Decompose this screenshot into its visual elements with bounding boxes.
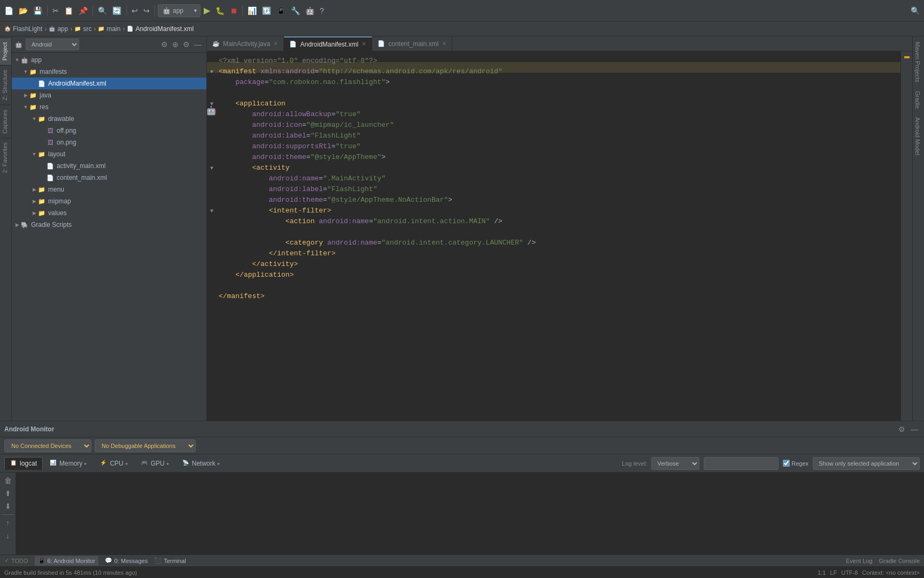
global-search-btn[interactable]: 🔍 [908, 5, 922, 16]
tree-res[interactable]: ▼ 📁 res [12, 101, 206, 113]
sync-icon[interactable]: ⊕ [171, 39, 180, 50]
status-android-monitor[interactable]: 📱 6: Android Monitor [35, 556, 98, 566]
icon-contentmain: 📄 [46, 173, 55, 182]
clear-log-btn[interactable]: 🗑 [1, 475, 14, 486]
tree-activitymain[interactable]: ▶ 📄 activity_main.xml [12, 160, 206, 172]
android-btn[interactable]: 🤖 [303, 5, 317, 16]
encoding-indicator: UTF-8 [841, 569, 858, 576]
tab-gradle[interactable]: Gradle [913, 87, 924, 113]
avd-btn[interactable]: 📱 [274, 5, 288, 16]
tab-gpu[interactable]: 🎮 GPU ▸ [135, 457, 175, 470]
tab-project[interactable]: Project [0, 37, 11, 65]
close-contentmain[interactable]: ✕ [442, 40, 446, 47]
android-view-dropdown[interactable]: Android Project [26, 39, 79, 50]
arrow-gpu: ▸ [167, 461, 170, 466]
breadcrumb-main[interactable]: 📁 main [98, 25, 120, 33]
log-level-dropdown[interactable]: Verbose Debug Info Warn Error [651, 457, 699, 470]
apps-dropdown[interactable]: No Debuggable Applications [95, 439, 196, 452]
gradle-console-link[interactable]: Gradle Console [879, 558, 920, 564]
run-btn[interactable]: ▶ [202, 4, 212, 17]
tree-drawable[interactable]: ▼ 📁 drawable [12, 113, 206, 125]
event-log-link[interactable]: Event Log [846, 558, 873, 564]
new-file-btn[interactable]: 📄 [2, 5, 16, 16]
tab-network[interactable]: 📡 Network ▸ [176, 457, 226, 470]
tab-favorites[interactable]: 2: Favorites [0, 138, 11, 177]
debug-btn[interactable]: 🐛 [213, 5, 227, 16]
tab-android-model[interactable]: Android Model [913, 113, 924, 159]
monitor-icon: 📱 [38, 557, 45, 564]
monitor-minimize-btn[interactable]: — [909, 424, 920, 435]
tree-offpng[interactable]: ▶ 🖼 off.png [12, 125, 206, 136]
breadcrumb-flashlight[interactable]: 🏠 FlashLight [4, 25, 42, 33]
arrow-values: ▶ [31, 210, 37, 216]
redo-btn[interactable]: ↪ [141, 5, 152, 16]
copy-btn[interactable]: 📋 [62, 5, 75, 16]
devices-dropdown[interactable]: No Connected Devices [4, 439, 91, 452]
find-btn[interactable]: 🔍 [96, 5, 109, 16]
tab-mainactivity[interactable]: ☕ MainActivity.java ✕ [207, 36, 284, 51]
tab-androidmanifest[interactable]: 📄 AndroidManifest.xml ✕ [284, 36, 372, 51]
tab-memory[interactable]: 📊 Memory ▸ [44, 457, 93, 470]
stop-btn[interactable]: ⏹ [228, 5, 240, 16]
tree-layout[interactable]: ▼ 📁 layout [12, 148, 206, 160]
app-dropdown[interactable]: 🤖 app ▼ [158, 4, 201, 17]
tab-contentmain[interactable]: 📄 content_main.xml ✕ [372, 36, 452, 51]
profile-btn[interactable]: 📊 [245, 5, 259, 16]
open-btn[interactable]: 📂 [17, 5, 30, 16]
tree-manifests[interactable]: ▼ 📁 manifests [12, 66, 206, 78]
undo-btn[interactable]: ↩ [129, 5, 140, 16]
code-line-17 [207, 227, 900, 238]
icon-app: 🤖 [20, 56, 29, 64]
help-btn[interactable]: ? [318, 5, 326, 16]
down-arrow-btn[interactable]: ↓ [1, 530, 14, 542]
code-editor[interactable]: <?xml version="1.0" encoding="utf-8"?> ▼… [207, 51, 900, 421]
build-status-bar: Gradle build finished in 5s 481ms (10 mi… [0, 566, 924, 578]
save-btn[interactable]: 💾 [31, 5, 44, 16]
breadcrumb-app[interactable]: 🤖 app [49, 25, 68, 33]
tree-values[interactable]: ▶ 📁 values [12, 207, 206, 219]
status-terminal[interactable]: ⬛ Terminal [154, 557, 186, 564]
regex-checkbox[interactable] [783, 460, 790, 467]
breadcrumb-manifest[interactable]: 📄 AndroidManifest.xml [127, 25, 194, 33]
tree-java[interactable]: ▶ 📁 java [12, 89, 206, 101]
icon-cpu: ⚡ [100, 460, 107, 467]
tree-onpng[interactable]: ▶ 🖼 on.png [12, 136, 206, 148]
project-panel: 🤖 Android Project ⚙ ⊕ ⚙ — ▼ 🤖 app ▼ [12, 36, 207, 421]
cut-btn[interactable]: ✂ [50, 5, 61, 16]
tree-mipmap[interactable]: ▶ 📁 mipmap [12, 195, 206, 207]
log-output[interactable] [16, 473, 924, 554]
tree-menu[interactable]: ▶ 📁 menu [12, 184, 206, 195]
code-line-4 [207, 88, 900, 98]
tab-zstructure[interactable]: Z: Structure [0, 65, 11, 104]
tree-androidmanifest[interactable]: ▶ 📄 AndroidManifest.xml [12, 78, 206, 89]
minimize-icon[interactable]: — [192, 39, 203, 50]
monitor-actions: ⚙ — [897, 424, 920, 435]
tab-cpu[interactable]: ⚡ CPU ▸ [94, 457, 134, 470]
breadcrumb-src[interactable]: 📁 src [74, 25, 91, 33]
sync-btn[interactable]: 🔃 [260, 5, 273, 16]
arrow-memory: ▸ [84, 461, 87, 466]
monitor-settings-btn[interactable]: ⚙ [897, 424, 907, 435]
close-mainactivity[interactable]: ✕ [273, 40, 278, 47]
cog-icon[interactable]: ⚙ [181, 39, 191, 50]
settings-icon[interactable]: ⚙ [159, 39, 170, 50]
icon-menu: 📁 [37, 185, 46, 194]
breadcrumb-sep2: › [70, 25, 72, 33]
replace-btn[interactable]: 🔄 [110, 5, 124, 16]
tab-captures[interactable]: Captures [0, 105, 11, 138]
close-androidmanifest[interactable]: ✕ [361, 41, 366, 48]
up-arrow-btn[interactable]: ↑ [1, 517, 14, 529]
log-search-input[interactable] [704, 457, 779, 470]
tree-contentmain[interactable]: ▶ 📄 content_main.xml [12, 172, 206, 184]
tab-logcat[interactable]: 📋 logcat [4, 457, 43, 470]
paste-btn[interactable]: 📌 [76, 5, 90, 16]
show-selected-dropdown[interactable]: Show only selected application No Filter… [813, 457, 920, 470]
scroll-bottom-btn[interactable]: ⬇ [1, 500, 14, 512]
scroll-top-btn[interactable]: ⬆ [1, 488, 14, 499]
sdk-btn[interactable]: 🔧 [289, 5, 302, 16]
tab-maven-projects[interactable]: Maven Projects [913, 37, 924, 87]
status-messages[interactable]: 💬 0: Messages [105, 557, 148, 564]
tree-gradle[interactable]: ▶ 🐘 Gradle Scripts [12, 219, 206, 231]
status-todo[interactable]: ✓ TODO [4, 557, 28, 564]
tree-app[interactable]: ▼ 🤖 app [12, 54, 206, 66]
